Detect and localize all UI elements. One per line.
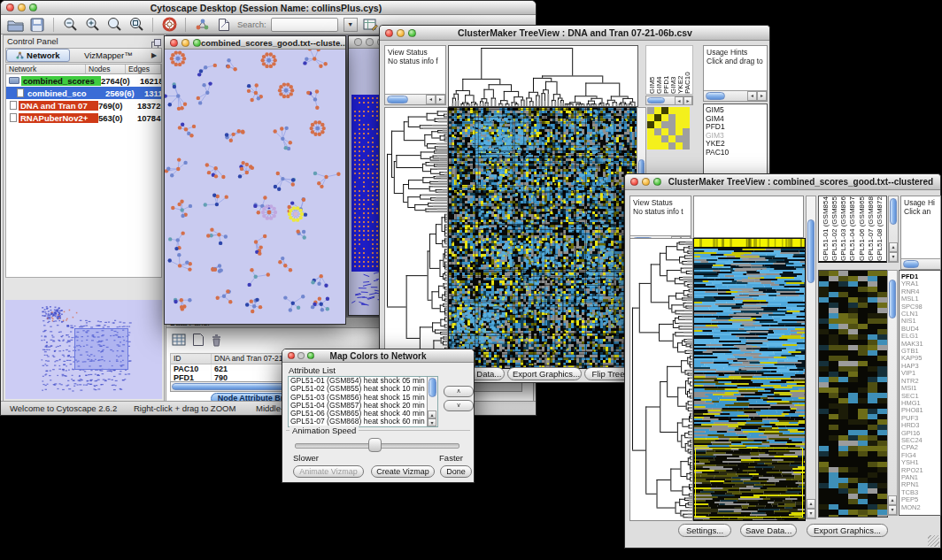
gene-label[interactable]: YSH1 <box>900 459 940 466</box>
gene-label[interactable]: PUF3 <box>900 415 940 422</box>
gene-label[interactable]: GTB1 <box>900 348 940 355</box>
zoom-button[interactable] <box>29 4 37 12</box>
scrollbar-thumb[interactable] <box>903 260 919 268</box>
move-down-button[interactable]: ∨ <box>444 400 474 411</box>
gene-label[interactable]: VIP1 <box>900 370 940 377</box>
zoom-button[interactable] <box>408 29 416 37</box>
close-button[interactable] <box>385 29 393 37</box>
zoom-vscrollbar[interactable]: ▴ ▾ <box>887 270 898 516</box>
export-graphics-button[interactable]: Export Graphics... <box>507 367 582 380</box>
tab-overflow-arrow[interactable]: ▶ <box>147 49 161 62</box>
col-network[interactable]: Network <box>6 65 86 73</box>
scrollbar-thumb[interactable] <box>429 378 436 397</box>
zoom-button[interactable] <box>193 39 201 47</box>
column-label[interactable]: GPL51-02 (GSM855) <box>830 196 838 261</box>
scroll-down-arrow[interactable]: ▾ <box>888 505 897 515</box>
col-nodes[interactable]: Nodes <box>86 65 126 73</box>
column-label[interactable]: GPL51-04 (GSM857) <box>848 196 856 261</box>
gene-label[interactable]: YRA1 <box>900 280 940 288</box>
network-list-row[interactable]: combined_sco2569(6)13112(15) <box>6 87 161 99</box>
scroll-up-arrow[interactable]: ▴ <box>888 495 897 505</box>
zoom-button[interactable] <box>307 352 314 359</box>
settings-button[interactable]: Settings... <box>678 524 731 537</box>
attribute-listbox[interactable]: GPL51-01 (GSM854) heat shock 05 minGPL51… <box>288 376 438 427</box>
zoom-matrix-canvas[interactable] <box>646 107 691 150</box>
heatmap-vscrollbar[interactable]: ▴ ▾ <box>806 196 816 519</box>
column-label[interactable]: GIM4 <box>655 46 662 94</box>
column-label[interactable]: GIM3 <box>669 46 676 94</box>
gene-label[interactable]: PFD1 <box>704 123 767 132</box>
done-button[interactable]: Done <box>440 465 472 478</box>
minimize-button[interactable] <box>642 178 650 186</box>
gene-label[interactable]: TCB3 <box>900 489 940 496</box>
select-attributes-icon[interactable] <box>172 333 187 350</box>
scroll-down-arrow[interactable]: ▾ <box>428 418 436 426</box>
help-lifering-icon[interactable] <box>160 17 178 33</box>
scroll-up-arrow[interactable]: ▴ <box>889 242 898 252</box>
tab-network[interactable]: Network <box>6 49 70 62</box>
gene-label[interactable]: YKE2 <box>704 140 767 149</box>
column-label[interactable]: YKE2 <box>676 46 683 94</box>
column-label[interactable]: GIM5 <box>648 46 655 94</box>
tv1-titlebar[interactable]: ClusterMaker TreeView : DNA and Tran 07-… <box>380 26 769 41</box>
gene-label[interactable]: KAP95 <box>900 355 940 362</box>
annotation-icon[interactable] <box>215 17 233 33</box>
gene-label[interactable]: GIM3 <box>704 132 767 141</box>
scroll-left-arrow[interactable]: ◂ <box>747 91 757 101</box>
column-dendrogram-canvas[interactable] <box>448 45 638 107</box>
column-label[interactable]: GPL51-08 (GSM872) <box>876 196 884 261</box>
network-overview-canvas[interactable] <box>5 300 162 399</box>
column-labels-vscrollbar[interactable]: ▴ ▾ <box>888 196 899 263</box>
close-button[interactable] <box>288 352 295 359</box>
scrollbar-thumb[interactable] <box>647 97 665 104</box>
scroll-left-arrow[interactable]: ◂ <box>426 95 436 104</box>
minimize-button[interactable] <box>297 352 305 359</box>
new-attribute-icon[interactable] <box>192 333 205 350</box>
gene-label[interactable]: PEP5 <box>900 496 940 503</box>
gene-label[interactable]: MON2 <box>900 504 940 511</box>
gene-label[interactable]: SPC98 <box>900 303 940 311</box>
search-input[interactable] <box>271 18 338 32</box>
main-titlebar[interactable]: Cytoscape Desktop (Session Name: collins… <box>1 1 536 15</box>
heatmap-canvas[interactable] <box>448 107 637 369</box>
network-view-canvas[interactable] <box>165 50 345 324</box>
plugin-network-icon[interactable] <box>193 17 211 33</box>
search-dropdown-arrow[interactable]: ▼ <box>344 18 358 32</box>
save-data-button[interactable]: Save Data... <box>740 524 797 537</box>
scrollbar-thumb[interactable] <box>890 198 897 225</box>
usage-hints-scrollbar[interactable] <box>901 258 940 269</box>
scroll-up-arrow[interactable]: ▴ <box>428 410 436 418</box>
scrollbar-thumb[interactable] <box>706 92 725 100</box>
gene-label[interactable]: PHO81 <box>900 407 940 414</box>
column-label[interactable]: GPL51-01 (GSM854) <box>822 196 830 261</box>
network-list-row[interactable]: RNAPuberNov2+563(0)107847(0) <box>6 111 161 124</box>
gene-label[interactable]: HMG1 <box>900 400 940 407</box>
network-list-row[interactable]: combined_scores2764(0)16218(0) <box>6 74 161 87</box>
row-dendrogram-canvas[interactable] <box>384 107 448 369</box>
move-up-button[interactable]: ∧ <box>444 386 474 397</box>
resize-grip[interactable] <box>928 535 939 547</box>
close-button[interactable] <box>170 39 178 47</box>
minimize-button[interactable] <box>181 39 189 47</box>
scroll-right-arrow[interactable]: ▸ <box>436 95 445 104</box>
column-label[interactable]: PAC10 <box>683 46 691 94</box>
minimize-button[interactable] <box>18 4 26 12</box>
gene-label[interactable]: NTR2 <box>900 378 940 385</box>
save-icon[interactable] <box>28 17 46 33</box>
gene-label[interactable]: CLN1 <box>900 311 940 318</box>
gene-label[interactable]: RPN1 <box>900 481 940 488</box>
column-label[interactable]: GPL51-03 (GSM856) <box>839 196 847 261</box>
gene-label[interactable]: MAK31 <box>900 341 940 348</box>
attribute-table-icon[interactable] <box>362 17 380 33</box>
attribute-list-item[interactable]: GPL51-02 (GSM855) heat shock 10 min <box>289 385 428 393</box>
scrollbar-thumb[interactable] <box>889 280 896 318</box>
column-label[interactable]: PFD1 <box>662 46 669 94</box>
create-vizmap-button[interactable]: Create Vizmap <box>371 465 435 478</box>
scroll-down-arrow[interactable]: ▾ <box>889 252 898 262</box>
gene-label[interactable]: HRD3 <box>900 422 940 429</box>
gene-label[interactable]: GIM5 <box>704 106 767 115</box>
zoom-heatmap-canvas[interactable] <box>818 270 888 518</box>
gene-label[interactable]: BUD4 <box>900 326 940 333</box>
attribute-list-item[interactable]: GPL51-06 (GSM865) heat shock 40 min <box>289 410 428 418</box>
scroll-right-arrow[interactable]: ▸ <box>683 96 692 105</box>
